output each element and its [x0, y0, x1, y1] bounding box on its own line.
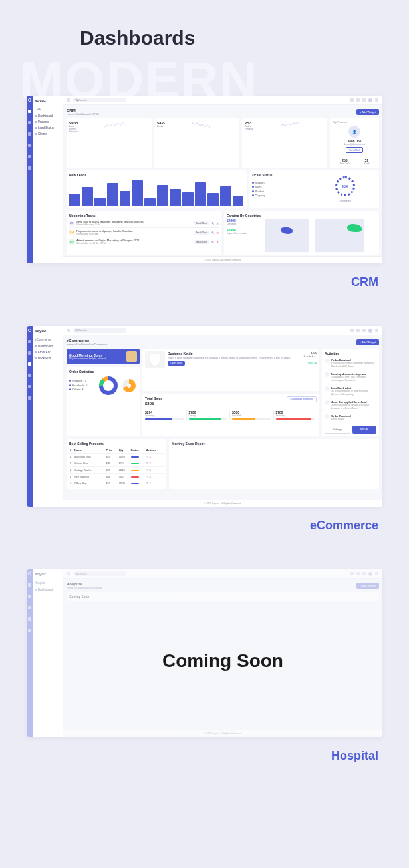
logo-icon[interactable] [28, 98, 31, 102]
gear-icon[interactable] [375, 329, 378, 332]
send-mail-button[interactable]: Send Mail [346, 147, 363, 153]
search-input[interactable]: 🔍 Search [73, 571, 126, 576]
brand-logo[interactable]: soyuz [35, 329, 61, 333]
task-row[interactable]: AMPrepare wireframe and project flow for… [69, 228, 219, 237]
menu-icon[interactable] [67, 98, 70, 102]
edit-icon[interactable]: ✎ [146, 482, 148, 485]
brand-logo[interactable]: soyuz [35, 98, 61, 102]
flag-icon[interactable] [356, 572, 360, 575]
add-widget-button[interactable]: + Add Widget [356, 339, 379, 345]
table-row[interactable]: 1Macbook Bag$241020✎ ✕ [69, 453, 164, 460]
gear-icon[interactable] [375, 98, 378, 102]
rail-item[interactable] [28, 629, 31, 632]
breadcrumb-path: Home > Dashboard > CRM [67, 112, 98, 116]
mark-done-button[interactable]: Mark Done [194, 240, 209, 244]
rail-item[interactable] [28, 144, 31, 147]
rail-item[interactable] [28, 617, 31, 621]
side-item[interactable]: Dashboard [35, 587, 61, 593]
logo-icon[interactable] [28, 329, 31, 332]
grid-icon[interactable] [350, 572, 354, 575]
grid-icon[interactable] [350, 329, 354, 332]
task-row[interactable]: MGAttend seminar on Digital Marketing at… [69, 237, 219, 246]
new-leads-card: New Leads [67, 170, 247, 208]
flag-icon[interactable] [356, 98, 360, 102]
delete-icon[interactable]: ✕ [216, 240, 219, 244]
search-input[interactable]: 🔍 Search [73, 98, 126, 102]
coming-soon-text: Coming Soon [67, 601, 379, 721]
rail-item[interactable] [28, 166, 31, 170]
bell-icon[interactable] [362, 329, 366, 332]
edit-icon[interactable]: ✎ [211, 231, 214, 235]
rail-item[interactable] [28, 606, 31, 609]
mark-done-button[interactable]: Mark Done [194, 221, 209, 225]
delete-icon[interactable]: ✕ [149, 462, 151, 465]
menu-icon[interactable] [67, 329, 70, 332]
delete-icon[interactable]: ✕ [149, 455, 151, 458]
bell-icon[interactable] [362, 98, 366, 102]
add-widget-button[interactable]: + Add Widget [356, 583, 379, 589]
table-row[interactable]: 4Self Starting$40540✎ ✕ [69, 473, 164, 480]
table-row[interactable]: 5Office Bag$551000✎ ✕ [69, 480, 164, 486]
delete-icon[interactable]: ✕ [216, 221, 219, 225]
side-item[interactable]: Dashboard [35, 343, 61, 349]
rail-item[interactable] [28, 340, 31, 343]
bell-icon[interactable] [362, 572, 366, 575]
side-item[interactable]: Projects [35, 119, 61, 125]
gear-icon[interactable] [375, 572, 378, 575]
edit-icon[interactable]: ✎ [146, 462, 148, 465]
edit-icon[interactable]: ✎ [146, 455, 148, 458]
see-all-button[interactable]: See All [352, 426, 377, 434]
donut-chart [99, 376, 118, 395]
activity-item[interactable]: New top discounts: try nowCampaign #LIGH… [325, 370, 376, 384]
rail-item[interactable] [28, 374, 31, 377]
search-input[interactable]: 🔍 Search [73, 328, 126, 333]
rail-item[interactable] [28, 396, 31, 400]
side-item[interactable]: Lead Status [35, 125, 61, 131]
logo-icon[interactable] [28, 572, 31, 575]
delete-icon[interactable]: ✕ [149, 468, 151, 472]
delete-icon[interactable]: ✕ [149, 482, 151, 485]
rail-item[interactable] [28, 583, 31, 587]
rail-item[interactable] [28, 385, 31, 388]
download-button[interactable]: ↓ Download Statement [287, 396, 317, 402]
task-row[interactable]: JDSend mail to sasha brassiere regarding… [69, 219, 219, 228]
rail-item[interactable] [28, 155, 31, 158]
rail-item[interactable] [28, 121, 31, 124]
open-store-button[interactable]: Open Store [168, 361, 185, 366]
breadcrumb: Hospital Home > Dashboard > Hospital [67, 582, 102, 589]
activity-item[interactable]: Order ReceivedKirsty sandy [325, 412, 376, 423]
edit-icon[interactable]: ✎ [146, 475, 148, 478]
menu-icon[interactable] [67, 572, 70, 575]
table-row[interactable]: 2School Box$30850✎ ✕ [69, 460, 164, 466]
avatar[interactable] [368, 329, 372, 333]
side-item[interactable]: Dashboard [35, 113, 61, 119]
avatar[interactable] [368, 98, 372, 102]
settings-button[interactable]: Settings [325, 426, 350, 434]
performer-avatar-icon: 👤 [348, 126, 360, 138]
edit-icon[interactable]: ✎ [211, 240, 214, 244]
activity-item[interactable]: John Doe applied for refundJohn has aske… [325, 398, 376, 412]
table-row[interactable]: 3College Marker$202010✎ ✕ [69, 466, 164, 473]
edit-icon[interactable]: ✎ [211, 221, 214, 225]
side-item[interactable]: Front End [35, 349, 61, 355]
rail-item[interactable] [28, 110, 31, 113]
rail-item[interactable] [28, 595, 31, 598]
flag-icon[interactable] [356, 329, 360, 332]
delete-icon[interactable]: ✕ [149, 475, 151, 478]
grid-icon[interactable] [350, 98, 354, 102]
screenshot-label-crm: CRM [27, 275, 382, 289]
activity-item[interactable]: Low Stock Alert50 Remaining only in Brow… [325, 384, 376, 398]
rail-item[interactable] [28, 362, 31, 366]
edit-icon[interactable]: ✎ [146, 468, 148, 472]
activity-item[interactable]: Order ReceivedProject Draft ordered Blue… [325, 357, 376, 370]
side-item[interactable]: Back End [35, 355, 61, 361]
add-widget-button[interactable]: + Add Widget [356, 109, 379, 115]
rail-item[interactable] [28, 132, 31, 136]
delete-icon[interactable]: ✕ [216, 231, 219, 235]
rail-item[interactable] [28, 351, 31, 355]
avatar[interactable] [368, 572, 372, 576]
side-item[interactable]: Clients [35, 131, 61, 137]
brand-logo[interactable]: soyuz [35, 572, 61, 576]
mark-done-button[interactable]: Mark Done [194, 231, 209, 235]
nav-rail [27, 326, 33, 507]
